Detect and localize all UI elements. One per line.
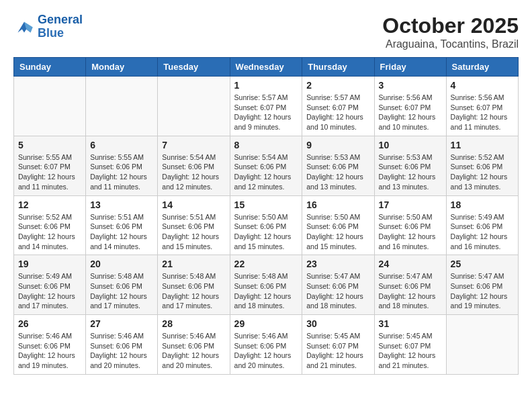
day-info: Sunrise: 5:47 AM Sunset: 6:06 PM Dayligh… (306, 271, 369, 311)
calendar-week-row: 1Sunrise: 5:57 AM Sunset: 6:07 PM Daylig… (14, 77, 519, 136)
logo-text: General Blue (38, 13, 83, 40)
day-number: 4 (451, 80, 514, 91)
day-info: Sunrise: 5:47 AM Sunset: 6:06 PM Dayligh… (379, 271, 442, 311)
calendar-day-13: 13Sunrise: 5:51 AM Sunset: 6:06 PM Dayli… (86, 195, 158, 255)
calendar-day-25: 25Sunrise: 5:47 AM Sunset: 6:06 PM Dayli… (446, 255, 518, 315)
day-info: Sunrise: 5:51 AM Sunset: 6:06 PM Dayligh… (162, 212, 225, 252)
day-number: 11 (451, 140, 514, 150)
day-info: Sunrise: 5:50 AM Sunset: 6:06 PM Dayligh… (306, 212, 369, 252)
day-info: Sunrise: 5:48 AM Sunset: 6:06 PM Dayligh… (90, 271, 153, 311)
day-number: 18 (451, 199, 514, 210)
calendar-day-11: 11Sunrise: 5:52 AM Sunset: 6:06 PM Dayli… (446, 136, 518, 195)
calendar-day-7: 7Sunrise: 5:54 AM Sunset: 6:06 PM Daylig… (158, 136, 230, 195)
calendar-day-10: 10Sunrise: 5:53 AM Sunset: 6:06 PM Dayli… (374, 136, 446, 195)
day-info: Sunrise: 5:55 AM Sunset: 6:06 PM Dayligh… (90, 152, 153, 192)
calendar-day-28: 28Sunrise: 5:46 AM Sunset: 6:06 PM Dayli… (158, 315, 230, 375)
calendar-day-2: 2Sunrise: 5:57 AM Sunset: 6:07 PM Daylig… (302, 77, 374, 136)
day-info: Sunrise: 5:46 AM Sunset: 6:06 PM Dayligh… (18, 331, 81, 371)
day-number: 12 (18, 199, 81, 210)
weekday-header-thursday: Thursday (302, 58, 374, 77)
calendar-week-row: 26Sunrise: 5:46 AM Sunset: 6:06 PM Dayli… (14, 315, 519, 375)
page-header: General Blue October 2025 Araguaina, Toc… (13, 13, 519, 50)
logo-bird-icon (13, 17, 35, 36)
calendar-empty-cell (158, 77, 230, 136)
day-info: Sunrise: 5:53 AM Sunset: 6:06 PM Dayligh… (379, 152, 442, 192)
day-info: Sunrise: 5:46 AM Sunset: 6:06 PM Dayligh… (234, 331, 298, 371)
calendar-empty-cell (14, 77, 86, 136)
calendar-table: SundayMondayTuesdayWednesdayThursdayFrid… (13, 57, 519, 375)
day-number: 15 (234, 199, 298, 210)
day-number: 24 (379, 259, 442, 269)
calendar-day-23: 23Sunrise: 5:47 AM Sunset: 6:06 PM Dayli… (302, 255, 374, 315)
day-info: Sunrise: 5:50 AM Sunset: 6:06 PM Dayligh… (234, 212, 298, 252)
day-info: Sunrise: 5:52 AM Sunset: 6:06 PM Dayligh… (18, 212, 81, 252)
day-info: Sunrise: 5:52 AM Sunset: 6:06 PM Dayligh… (451, 152, 514, 192)
day-info: Sunrise: 5:45 AM Sunset: 6:07 PM Dayligh… (379, 331, 442, 371)
calendar-day-18: 18Sunrise: 5:49 AM Sunset: 6:06 PM Dayli… (446, 195, 518, 255)
day-info: Sunrise: 5:50 AM Sunset: 6:06 PM Dayligh… (379, 212, 442, 252)
weekday-header-wednesday: Wednesday (230, 58, 302, 77)
logo: General Blue (13, 13, 83, 40)
title-section: October 2025 Araguaina, Tocantins, Brazi… (382, 13, 519, 50)
day-number: 26 (18, 318, 81, 329)
day-info: Sunrise: 5:48 AM Sunset: 6:06 PM Dayligh… (234, 271, 298, 311)
day-number: 2 (306, 80, 369, 91)
day-number: 6 (90, 140, 153, 150)
day-number: 23 (306, 259, 369, 269)
day-number: 13 (90, 199, 153, 210)
day-info: Sunrise: 5:55 AM Sunset: 6:07 PM Dayligh… (18, 152, 81, 192)
day-info: Sunrise: 5:46 AM Sunset: 6:06 PM Dayligh… (90, 331, 153, 371)
day-info: Sunrise: 5:49 AM Sunset: 6:06 PM Dayligh… (451, 212, 514, 252)
day-number: 21 (162, 259, 225, 269)
calendar-day-9: 9Sunrise: 5:53 AM Sunset: 6:06 PM Daylig… (302, 136, 374, 195)
calendar-day-16: 16Sunrise: 5:50 AM Sunset: 6:06 PM Dayli… (302, 195, 374, 255)
calendar-day-8: 8Sunrise: 5:54 AM Sunset: 6:06 PM Daylig… (230, 136, 302, 195)
calendar-day-12: 12Sunrise: 5:52 AM Sunset: 6:06 PM Dayli… (14, 195, 86, 255)
calendar-day-1: 1Sunrise: 5:57 AM Sunset: 6:07 PM Daylig… (230, 77, 302, 136)
day-number: 30 (306, 318, 369, 329)
day-number: 17 (379, 199, 442, 210)
day-info: Sunrise: 5:47 AM Sunset: 6:06 PM Dayligh… (451, 271, 514, 311)
day-info: Sunrise: 5:56 AM Sunset: 6:07 PM Dayligh… (379, 93, 442, 132)
calendar-day-4: 4Sunrise: 5:56 AM Sunset: 6:07 PM Daylig… (446, 77, 518, 136)
calendar-week-row: 12Sunrise: 5:52 AM Sunset: 6:06 PM Dayli… (14, 195, 519, 255)
month-title: October 2025 (382, 13, 519, 38)
day-number: 27 (90, 318, 153, 329)
calendar-day-6: 6Sunrise: 5:55 AM Sunset: 6:06 PM Daylig… (86, 136, 158, 195)
day-number: 16 (306, 199, 369, 210)
day-info: Sunrise: 5:46 AM Sunset: 6:06 PM Dayligh… (162, 331, 225, 371)
day-info: Sunrise: 5:53 AM Sunset: 6:06 PM Dayligh… (306, 152, 369, 192)
location-title: Araguaina, Tocantins, Brazil (382, 38, 519, 50)
weekday-header-saturday: Saturday (446, 58, 518, 77)
calendar-day-5: 5Sunrise: 5:55 AM Sunset: 6:07 PM Daylig… (14, 136, 86, 195)
weekday-header-friday: Friday (374, 58, 446, 77)
day-number: 5 (18, 140, 81, 150)
calendar-day-29: 29Sunrise: 5:46 AM Sunset: 6:06 PM Dayli… (230, 315, 302, 375)
day-info: Sunrise: 5:57 AM Sunset: 6:07 PM Dayligh… (306, 93, 369, 132)
calendar-day-24: 24Sunrise: 5:47 AM Sunset: 6:06 PM Dayli… (374, 255, 446, 315)
day-number: 14 (162, 199, 225, 210)
day-number: 19 (18, 259, 81, 269)
calendar-day-30: 30Sunrise: 5:45 AM Sunset: 6:07 PM Dayli… (302, 315, 374, 375)
calendar-empty-cell (446, 315, 518, 375)
calendar-week-row: 19Sunrise: 5:49 AM Sunset: 6:06 PM Dayli… (14, 255, 519, 315)
calendar-day-14: 14Sunrise: 5:51 AM Sunset: 6:06 PM Dayli… (158, 195, 230, 255)
day-info: Sunrise: 5:56 AM Sunset: 6:07 PM Dayligh… (451, 93, 514, 132)
calendar-day-27: 27Sunrise: 5:46 AM Sunset: 6:06 PM Dayli… (86, 315, 158, 375)
day-info: Sunrise: 5:57 AM Sunset: 6:07 PM Dayligh… (234, 93, 298, 132)
calendar-week-row: 5Sunrise: 5:55 AM Sunset: 6:07 PM Daylig… (14, 136, 519, 195)
weekday-header-monday: Monday (86, 58, 158, 77)
calendar-day-17: 17Sunrise: 5:50 AM Sunset: 6:06 PM Dayli… (374, 195, 446, 255)
calendar-day-26: 26Sunrise: 5:46 AM Sunset: 6:06 PM Dayli… (14, 315, 86, 375)
day-info: Sunrise: 5:51 AM Sunset: 6:06 PM Dayligh… (90, 212, 153, 252)
calendar-day-20: 20Sunrise: 5:48 AM Sunset: 6:06 PM Dayli… (86, 255, 158, 315)
day-number: 25 (451, 259, 514, 269)
day-number: 9 (306, 140, 369, 150)
day-info: Sunrise: 5:49 AM Sunset: 6:06 PM Dayligh… (18, 271, 81, 311)
day-number: 31 (379, 318, 442, 329)
day-number: 8 (234, 140, 298, 150)
calendar-day-15: 15Sunrise: 5:50 AM Sunset: 6:06 PM Dayli… (230, 195, 302, 255)
calendar-day-22: 22Sunrise: 5:48 AM Sunset: 6:06 PM Dayli… (230, 255, 302, 315)
day-info: Sunrise: 5:48 AM Sunset: 6:06 PM Dayligh… (162, 271, 225, 311)
day-number: 28 (162, 318, 225, 329)
